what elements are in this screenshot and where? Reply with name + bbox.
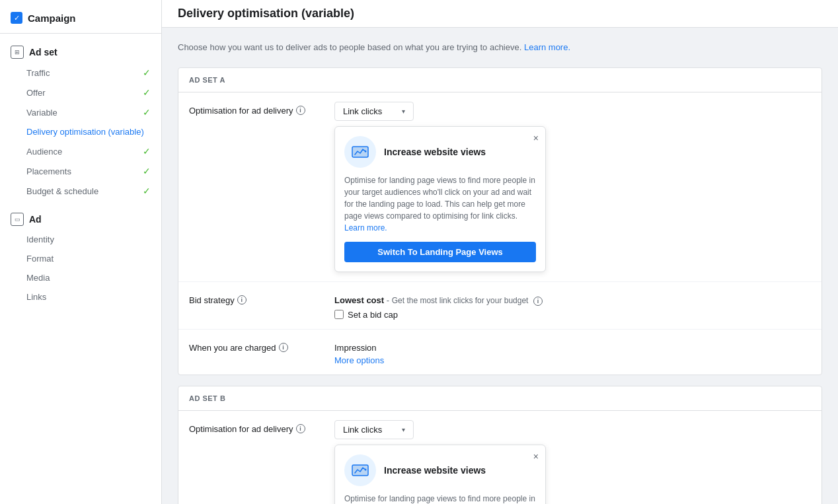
adset-section-title: Ad set [29,47,57,57]
tooltip-a-title: Increase website views [384,147,486,157]
traffic-check: ✓ [143,67,151,78]
bid-cap-a-checkbox[interactable] [334,310,344,319]
ad-set-a-bid-value: Lowest cost - Get the most link clicks f… [334,291,811,306]
ad-set-b-tooltip-popup: × Increase website views [334,445,546,505]
svg-point-5 [365,468,367,470]
budget-check: ✓ [143,186,151,196]
ad-set-b-optimisation-control: Link clicks ▾ × [334,420,811,505]
ad-set-a-card: AD SET A Optimisation for ad delivery i … [178,67,822,375]
sidebar-item-placements[interactable]: Placements ✓ [0,161,161,181]
audience-check: ✓ [143,146,151,157]
tooltip-b-icon [344,454,376,486]
ad-set-a-bid-control: Lowest cost - Get the most link clicks f… [334,291,811,320]
ad-set-a-charged-row: When you are charged i Impression More o… [178,330,821,375]
sidebar-item-traffic[interactable]: Traffic ✓ [0,63,161,83]
dropdown-a-chevron: ▾ [402,108,405,115]
ad-set-b-optimisation-row: Optimisation for ad delivery i Link clic… [178,411,821,505]
sidebar-item-variable[interactable]: Variable ✓ [0,102,161,122]
ad-set-b-label: AD SET B [178,386,821,411]
bid-cap-a-label[interactable]: Set a bid cap [348,310,398,320]
ad-set-a-optimisation-control: Link clicks ▾ × [334,102,811,272]
ad-set-a-link-clicks-dropdown[interactable]: Link clicks ▾ [334,102,414,121]
ad-set-a-impression: Impression [334,339,811,353]
tooltip-b-header: Increase website views [344,454,536,486]
tooltip-a-header: Increase website views [344,136,536,168]
adset-section: ⊞ Ad set Traffic ✓ Offer ✓ Variable ✓ De… [0,34,161,201]
tooltip-b-body: Optimise for landing page views to find … [344,493,536,505]
sidebar: ✓ Campaign ⊞ Ad set Traffic ✓ Offer ✓ Va… [0,0,162,504]
adset-section-header: ⊞ Ad set [0,42,161,63]
ad-set-a-bid-strategy-label: Bid strategy i [189,291,334,305]
sidebar-item-offer[interactable]: Offer ✓ [0,83,161,102]
campaign-title: Campaign [28,13,76,24]
offer-check: ✓ [143,87,151,98]
tooltip-b-title: Increase website views [384,465,486,476]
sidebar-item-delivery[interactable]: Delivery optimisation (variable) [0,122,161,141]
sidebar-item-budget[interactable]: Budget & schedule ✓ [0,181,161,201]
optimisation-b-info-icon[interactable]: i [296,424,305,433]
tooltip-a-close-icon[interactable]: × [533,133,539,143]
ad-set-a-charged-label: When you are charged i [189,339,334,353]
description: Choose how you want us to deliver ads to… [178,41,822,54]
placements-check: ✓ [143,166,151,176]
ad-set-a-optimisation-label: Optimisation for ad delivery i [189,102,334,116]
tooltip-a-icon [344,136,376,168]
svg-point-2 [365,150,367,152]
tooltip-a-learn-more[interactable]: Learn more. [344,223,387,233]
ad-set-a-label: AD SET A [178,68,821,92]
ad-section-title: Ad [29,214,42,225]
sidebar-item-identity[interactable]: Identity [0,230,161,249]
sidebar-item-links[interactable]: Links [0,287,161,306]
bid-strategy-a-info-icon[interactable]: i [237,295,247,305]
variable-check: ✓ [143,107,151,118]
ad-set-b-optimisation-label: Optimisation for ad delivery i [189,420,334,434]
campaign-check-icon: ✓ [11,12,22,24]
top-bar: Delivery optimisation (variable) [162,0,838,28]
ad-set-b-link-clicks-dropdown[interactable]: Link clicks ▾ [334,420,414,439]
tooltip-b-close-icon[interactable]: × [533,452,539,461]
ad-set-b-card: AD SET B Optimisation for ad delivery i … [178,386,822,505]
ad-section-header: ▭ Ad [0,209,161,230]
page-title: Delivery optimisation (variable) [178,7,354,20]
content-area: Choose how you want us to deliver ads to… [162,28,838,504]
main-content: Delivery optimisation (variable) Choose … [162,0,838,504]
optimisation-a-info-icon[interactable]: i [296,106,305,115]
ad-set-a-tooltip-popup: × Increase website views [334,126,546,272]
tooltip-a-body: Optimise for landing page views to find … [344,174,536,234]
campaign-header[interactable]: ✓ Campaign [0,0,161,34]
tooltip-a-switch-button[interactable]: Switch To Landing Page Views [344,242,536,262]
ad-set-a-bid-strategy-row: Bid strategy i Lowest cost - Get the mos… [178,282,821,330]
ad-set-a-optimisation-row: Optimisation for ad delivery i Link clic… [178,92,821,282]
learn-more-link[interactable]: Learn more. [524,42,570,52]
adset-section-icon: ⊞ [11,46,24,59]
ad-set-a-more-options[interactable]: More options [334,355,384,365]
dropdown-b-chevron: ▾ [402,426,405,433]
sidebar-item-media[interactable]: Media [0,268,161,287]
ad-set-a-bid-cap-row: Set a bid cap [334,310,811,320]
charged-a-info-icon[interactable]: i [279,343,288,352]
ad-set-a-charged-control: Impression More options [334,339,811,365]
ad-section-icon: ▭ [11,213,24,226]
bid-value-a-info-icon[interactable]: i [533,297,543,306]
sidebar-item-audience[interactable]: Audience ✓ [0,141,161,161]
sidebar-item-format[interactable]: Format [0,249,161,268]
ad-section: ▭ Ad Identity Format Media Links [0,201,161,306]
